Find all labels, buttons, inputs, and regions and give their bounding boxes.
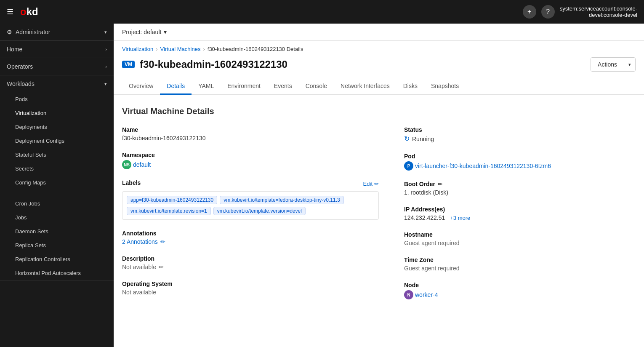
home-nav-item[interactable]: Home › xyxy=(0,41,114,58)
tab-events[interactable]: Events xyxy=(267,78,299,95)
breadcrumb-current: f30-kubeadmin-1602493122130 Details xyxy=(208,46,303,52)
pod-link[interactable]: virt-launcher-f30-kubeadmin-160249312213… xyxy=(415,163,551,169)
tab-network-interfaces[interactable]: Network Interfaces xyxy=(334,78,397,95)
labels-section: Labels Edit ✏ app=f30-kubeadmin-16024931… xyxy=(122,179,379,230)
tab-console[interactable]: Console xyxy=(299,78,334,95)
description-pencil-icon[interactable]: ✏ xyxy=(159,264,164,270)
sidebar-item-horizontal-pod-autoscalers[interactable]: Horizontal Pod Autoscalers xyxy=(0,266,114,280)
label-tag-3[interactable]: vm.kubevirt.io/template.version=devel xyxy=(213,207,306,215)
ip-more-link[interactable]: +3 more xyxy=(450,215,470,221)
sidebar-item-daemon-sets[interactable]: Daemon Sets xyxy=(0,224,114,238)
role-label: Administrator xyxy=(16,29,104,35)
details-content: Virtual Machine Details Name f30-kubeadm… xyxy=(114,95,644,321)
page-header: VM f30-kubeadmin-1602493122130 Actions ▾ xyxy=(114,52,644,72)
edit-text: Edit xyxy=(363,181,373,187)
hostname-label: Hostname xyxy=(404,231,636,238)
workloads-section: Workloads ▾ Pods Virtualization Deployme… xyxy=(0,75,114,280)
ip-address: 124.232.422.51 xyxy=(404,214,445,221)
operators-nav-item[interactable]: Operators › xyxy=(0,58,114,75)
add-button[interactable]: + xyxy=(523,5,536,19)
description-value: Not available ✏ xyxy=(122,264,379,270)
pod-value: P virt-launcher-f30-kubeadmin-1602493122… xyxy=(404,161,551,171)
hamburger-menu[interactable]: ☰ xyxy=(7,7,13,16)
sidebar-item-jobs[interactable]: Jobs xyxy=(0,211,114,224)
role-chevron: ▾ xyxy=(104,29,107,35)
labels-header: Labels Edit ✏ xyxy=(122,179,379,188)
app-logo[interactable]: o kd xyxy=(20,6,38,18)
tab-disks[interactable]: Disks xyxy=(397,78,424,95)
breadcrumb-sep-2: › xyxy=(203,46,205,52)
namespace-section: Namespace NS default xyxy=(122,152,379,179)
operators-section: Operators › xyxy=(0,58,114,75)
project-selector[interactable]: Project: default ▾ xyxy=(122,29,167,35)
role-section: ⚙ Administrator ▾ xyxy=(0,24,114,41)
node-link[interactable]: worker-4 xyxy=(415,291,438,298)
sidebar-item-replication-controllers[interactable]: Replication Controllers xyxy=(0,252,114,266)
actions-label[interactable]: Actions xyxy=(591,58,624,71)
tab-snapshots[interactable]: Snapshots xyxy=(424,78,466,95)
label-tag-0[interactable]: app=f30-kubeadmin-1602493122130 xyxy=(127,196,217,204)
namespace-label: Namespace xyxy=(122,152,379,158)
label-tag-1[interactable]: vm.kubevirt.io/template=fedora-desktop-t… xyxy=(220,196,343,204)
hostname-value: Guest agent required xyxy=(404,240,636,246)
sidebar-item-pods[interactable]: Pods xyxy=(0,92,114,106)
breadcrumb-virtual-machines[interactable]: Virtual Machines xyxy=(160,46,201,52)
breadcrumb-virtualization[interactable]: Virtualization xyxy=(122,46,153,52)
label-tag-2[interactable]: vm.kubevirt.io/template.revision=1 xyxy=(127,207,211,215)
actions-button[interactable]: Actions ▾ xyxy=(591,57,636,72)
sidebar-item-config-maps[interactable]: Config Maps xyxy=(0,176,114,190)
actions-arrow[interactable]: ▾ xyxy=(624,59,635,71)
page-title: f30-kubeadmin-1602493122130 xyxy=(140,59,287,70)
right-column: Status ↻ Running Pod P virt-launcher-f30… xyxy=(379,126,636,310)
tab-overview[interactable]: Overview xyxy=(122,78,160,95)
status-text: Running xyxy=(412,136,434,142)
timezone-label: Time Zone xyxy=(404,256,636,263)
sidebar-item-stateful-sets[interactable]: Stateful Sets xyxy=(0,148,114,162)
timezone-value: Guest agent required xyxy=(404,265,636,272)
home-section: Home › xyxy=(0,41,114,58)
sidebar-item-replica-sets[interactable]: Replica Sets xyxy=(0,238,114,252)
breadcrumb: Virtualization › Virtual Machines › f30-… xyxy=(114,41,644,52)
details-section-title: Virtual Machine Details xyxy=(122,107,636,116)
topnav-actions: + ? system:serviceaccount:console- devel… xyxy=(523,5,637,19)
status-section: Status ↻ Running xyxy=(404,126,636,153)
tab-details[interactable]: Details xyxy=(160,78,192,95)
pod-section: Pod P virt-launcher-f30-kubeadmin-160249… xyxy=(404,153,636,181)
annotations-section: Annotations 2 Annotations ✏ xyxy=(122,230,379,255)
annotations-value: 2 Annotations ✏ xyxy=(122,238,379,245)
os-section: Operating System Not available xyxy=(122,280,379,306)
help-button[interactable]: ? xyxy=(541,5,555,19)
namespace-link[interactable]: default xyxy=(133,161,151,168)
sidebar-item-deployments[interactable]: Deployments xyxy=(0,120,114,134)
boot-order-section: Boot Order ✏ 1. rootdisk (Disk) xyxy=(404,181,636,206)
role-icon: ⚙ xyxy=(7,29,12,35)
sidebar-item-secrets[interactable]: Secrets xyxy=(0,162,114,176)
labels-edit-link[interactable]: Edit ✏ xyxy=(363,181,379,187)
workloads-nav-item[interactable]: Workloads ▾ xyxy=(0,75,114,92)
timezone-section: Time Zone Guest agent required xyxy=(404,256,636,282)
status-running-icon: ↻ xyxy=(404,135,410,143)
node-section: Node N worker-4 xyxy=(404,282,636,310)
labels-label: Labels xyxy=(122,179,141,186)
boot-order-edit-icon[interactable]: ✏ xyxy=(438,181,442,187)
node-value: N worker-4 xyxy=(404,290,438,299)
sidebar-item-cron-jobs[interactable]: Cron Jobs xyxy=(0,197,114,211)
project-label: Project: default xyxy=(122,29,161,35)
namespace-badge-circle: NS xyxy=(122,160,131,169)
home-chevron: › xyxy=(105,47,107,52)
edit-pencil-icon: ✏ xyxy=(374,181,379,187)
vm-badge: VM xyxy=(122,61,135,68)
project-chevron: ▾ xyxy=(164,29,167,35)
tab-yaml[interactable]: YAML xyxy=(192,78,221,95)
boot-order-text: Boot Order xyxy=(404,181,435,187)
annotations-link[interactable]: 2 Annotations ✏ xyxy=(122,238,379,245)
sidebar-item-virtualization[interactable]: Virtualization xyxy=(0,106,114,120)
labels-container: app=f30-kubeadmin-1602493122130 vm.kubev… xyxy=(122,191,379,220)
sidebar-item-deployment-configs[interactable]: Deployment Configs xyxy=(0,134,114,148)
description-text: Not available xyxy=(122,264,156,270)
role-selector[interactable]: ⚙ Administrator ▾ xyxy=(0,24,114,40)
status-value: ↻ Running xyxy=(404,135,636,143)
operators-label: Operators xyxy=(7,63,105,70)
node-label: Node xyxy=(404,282,636,288)
tab-environment[interactable]: Environment xyxy=(221,78,267,95)
